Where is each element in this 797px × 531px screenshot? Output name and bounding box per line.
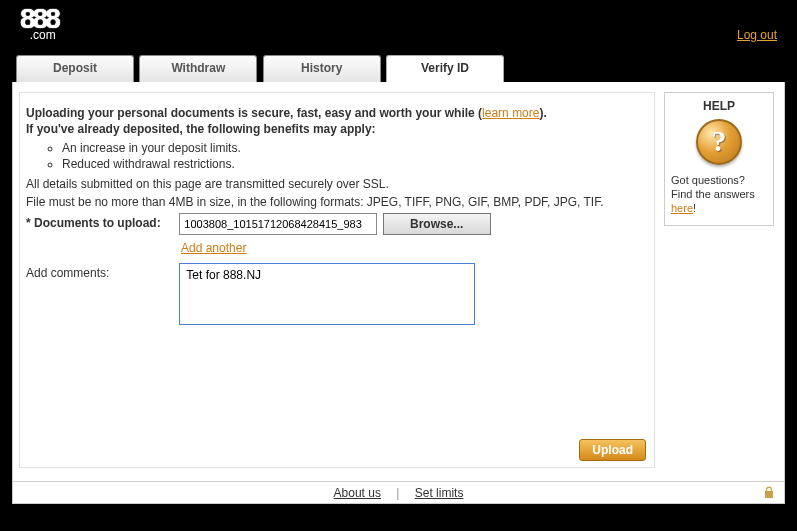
upload-button[interactable]: Upload <box>579 439 646 461</box>
help-panel: HELP ? Got questions? Find the answers h… <box>664 92 774 226</box>
tab-history[interactable]: History <box>263 55 381 82</box>
logout-link[interactable]: Log out <box>737 28 777 42</box>
file-path-input[interactable] <box>179 213 377 235</box>
help-punct: ! <box>693 202 696 214</box>
add-another-link[interactable]: Add another <box>181 241 650 255</box>
tab-deposit[interactable]: Deposit <box>16 55 134 82</box>
file-restrictions: File must be no more than 4MB in size, i… <box>26 195 648 209</box>
help-line-2: Find the answers <box>671 188 755 200</box>
logo-text-top: 888 <box>20 8 58 30</box>
comments-textarea[interactable] <box>179 263 475 325</box>
tab-bar: Deposit Withdraw History Verify ID <box>0 55 797 82</box>
main-content: Uploading your personal documents is sec… <box>19 92 655 468</box>
benefits-list: An increase in your deposit limits. Redu… <box>62 141 650 171</box>
intro-text-2: If you've already deposited, the followi… <box>26 122 376 136</box>
learn-more-link[interactable]: learn more <box>482 106 539 120</box>
help-here-link[interactable]: here <box>671 202 693 214</box>
benefit-item: An increase in your deposit limits. <box>62 141 650 155</box>
help-line-1: Got questions? <box>671 174 745 186</box>
help-question-icon: ? <box>696 119 742 165</box>
tab-verify-id[interactable]: Verify ID <box>386 55 504 82</box>
brand-logo: 888 .com <box>20 8 58 42</box>
set-limits-link[interactable]: Set limits <box>415 486 464 500</box>
benefit-item: Reduced withdrawal restrictions. <box>62 157 650 171</box>
comments-label: Add comments: <box>24 263 176 280</box>
intro-text-1b: ). <box>539 106 546 120</box>
browse-button[interactable]: Browse... <box>383 213 491 235</box>
about-us-link[interactable]: About us <box>334 486 381 500</box>
documents-label: * Documents to upload: <box>24 213 176 230</box>
ssl-note: All details submitted on this page are t… <box>26 177 648 191</box>
footer-separator: | <box>396 486 399 500</box>
tab-withdraw[interactable]: Withdraw <box>139 55 257 82</box>
intro-text-1: Uploading your personal documents is sec… <box>26 106 482 120</box>
lock-icon <box>764 486 774 498</box>
help-title: HELP <box>671 99 767 113</box>
